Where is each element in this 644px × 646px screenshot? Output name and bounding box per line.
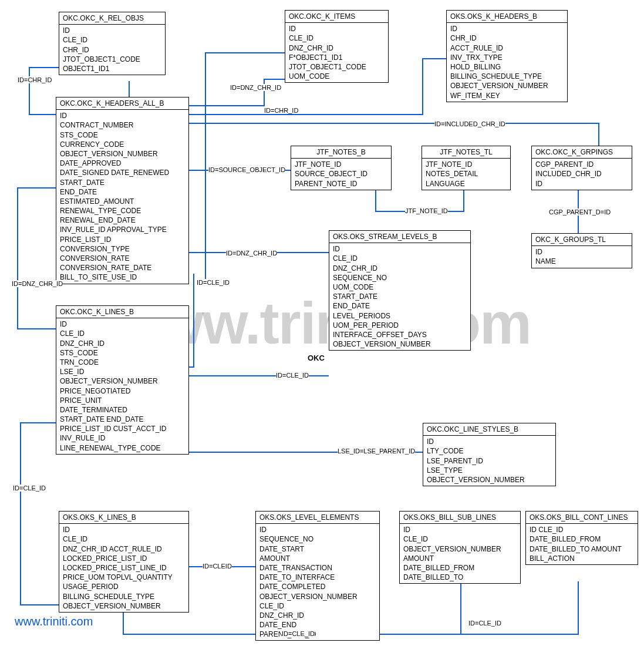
field: BILLING_SCHEDULE_TYPE bbox=[63, 592, 185, 601]
field: ID CLE_ID bbox=[530, 525, 634, 534]
field: OBJECT_VERSION_NUMBER bbox=[427, 475, 552, 484]
field: CLE_ID bbox=[259, 601, 376, 611]
rel-label: ID=CLE_ID bbox=[197, 279, 230, 286]
table-title: JTF_NOTES_B bbox=[291, 146, 391, 159]
field: ID bbox=[403, 525, 517, 534]
field: CLE_ID bbox=[289, 33, 385, 43]
field: PRICE_LIST_ID bbox=[60, 235, 185, 244]
field: DATE_SIGNED DATE_RENEWED bbox=[60, 168, 185, 177]
rel-label: ID=CLE_ID bbox=[276, 372, 309, 379]
field: LINE_RENEWAL_TYPE_CODE bbox=[60, 443, 185, 453]
field: OBJECT1_ID1 bbox=[63, 64, 161, 73]
table-title: OKC.OKC_K_GRPINGS bbox=[532, 146, 632, 159]
field: RENEWAL_END_DATE bbox=[60, 216, 185, 225]
table-title: OKC.OKC_K_REL_OBJS bbox=[59, 12, 165, 25]
field: PARENT_NOTE_ID bbox=[295, 179, 387, 189]
field: END_DATE bbox=[60, 187, 185, 197]
field: DNZ_CHR_ID bbox=[333, 264, 467, 273]
table-fields: IDCLE_IDDNZ_CHR_ID ACCT_RULE_IDLOCKED_PR… bbox=[59, 524, 188, 612]
field: JTOT_OBJECT1_CODE bbox=[63, 55, 161, 64]
rel-label: ID=CHR_ID bbox=[18, 76, 52, 83]
field: OBJECT_VERSION_NUMBER bbox=[259, 592, 376, 601]
field: CLE_ID bbox=[60, 329, 185, 338]
field: CONVERSION_RATE bbox=[60, 254, 185, 263]
table-fields: IDCONTRACT_NUMBERSTS_CODECURRENCY_CODEOB… bbox=[56, 110, 188, 283]
field: SEQUENCE_NO bbox=[259, 534, 376, 544]
table-okc-line-styles-b: OKC.OKC_LINE_STYLES_B IDLTY_CODELSE_PARE… bbox=[423, 423, 556, 486]
field: ESTIMATED_AMOUNT bbox=[60, 197, 185, 206]
table-jtf-notes-b: JTF_NOTES_B JTF_NOTE_IDSOURCE_OBJECT_IDP… bbox=[291, 146, 392, 190]
table-fields: IDNAME bbox=[532, 246, 632, 267]
field: BILL_ACTION bbox=[530, 554, 634, 563]
field: BILLING_SCHEDULE_TYPE bbox=[450, 72, 564, 81]
field: BILL_TO_SITE_USE_ID bbox=[60, 272, 185, 282]
table-fields: ID CLE_IDDATE_BILLED_FROMDATE_BILLED_TO … bbox=[526, 524, 638, 564]
field: LSE_ID bbox=[60, 367, 185, 376]
table-okc-k-grpings: OKC.OKC_K_GRPINGS CGP_PARENT_IDINCLUDED_… bbox=[531, 146, 632, 190]
table-title: OKS.OKS_BILL_CONT_LINES bbox=[526, 512, 638, 524]
field: OBJECT_VERSION_NUMBER bbox=[63, 601, 185, 611]
field: ID bbox=[427, 437, 552, 446]
table-title: OKC.OKC_K_HEADERS_ALL_B bbox=[56, 97, 188, 110]
field: ID bbox=[60, 319, 185, 329]
field: OBJECT_VERSION_NUMBER bbox=[60, 376, 185, 386]
field: DATE_END bbox=[259, 620, 376, 630]
field: JTF_NOTE_ID bbox=[426, 160, 507, 169]
table-okc-k-headers-all-b: OKC.OKC_K_HEADERS_ALL_B IDCONTRACT_NUMBE… bbox=[56, 97, 189, 284]
field: STS_CODE bbox=[60, 348, 185, 358]
rel-label: ID=CLEID bbox=[203, 563, 232, 570]
field: LSE_PARENT_ID bbox=[427, 456, 552, 466]
field: STS_CODE bbox=[60, 130, 185, 140]
field: DNZ_CHR_ID bbox=[289, 43, 385, 53]
table-title: OKC.OKC_K_LINES_B bbox=[56, 306, 188, 318]
table-title: OKC.OKC_K_ITEMS bbox=[285, 11, 388, 23]
table-title: OKS.OKS_STREAM_LEVELS_B bbox=[329, 231, 470, 243]
rel-label: ID=CHR_ID bbox=[264, 107, 298, 114]
table-oks-level-elements: OKS.OKS_LEVEL_ELEMENTS IDSEQUENCE_NODATE… bbox=[255, 511, 380, 641]
table-fields: IDCHR_IDACCT_RULE_IDINV_TRX_TYPEHOLD_BIL… bbox=[447, 23, 567, 102]
table-title: OKS.OKS_BILL_SUB_LINES bbox=[400, 512, 520, 524]
table-oks-stream-levels-b: OKS.OKS_STREAM_LEVELS_B IDCLE_IDDNZ_CHR_… bbox=[329, 230, 471, 351]
field: DATE_TERMINATED bbox=[60, 405, 185, 415]
field: UOM_PER_PERIOD bbox=[333, 321, 467, 330]
field: PARENT_CLE_ID bbox=[259, 630, 376, 639]
rel-label: LSE_ID=LSE_PARENT_ID bbox=[338, 448, 415, 455]
field: UOM_CODE bbox=[289, 72, 385, 81]
field: ID bbox=[289, 24, 385, 33]
table-title: JTF_NOTES_TL bbox=[422, 146, 510, 159]
rel-label: ID=INCLUDED_CHR_ID bbox=[434, 120, 505, 127]
rel-label: ID=DNZ_CHR_ID bbox=[230, 84, 281, 91]
table-fields: CGP_PARENT_IDINCLUDED_CHR_IDID bbox=[532, 159, 632, 190]
field: CHR_ID bbox=[450, 33, 564, 43]
rel-label: ID=CLE_ID bbox=[468, 620, 501, 627]
field: RENEWAL_TYPE_CODE bbox=[60, 206, 185, 216]
field: CONTRACT_NUMBER bbox=[60, 120, 185, 130]
field: START_DATE bbox=[333, 292, 467, 301]
field: UOM_CODE bbox=[333, 282, 467, 292]
field: AMOUNT bbox=[259, 554, 376, 563]
table-okc-k-lines-b: OKC.OKC_K_LINES_B IDCLE_IDDNZ_CHR_IDSTS_… bbox=[56, 305, 189, 455]
table-title: OKS.OKS_K_HEADERS_B bbox=[447, 11, 567, 23]
field: DATE_APPROVED bbox=[60, 159, 185, 168]
field: ID bbox=[259, 525, 376, 534]
table-fields: IDCLE_IDOBJECT_VERSION_NUMBERAMOUNTDATE_… bbox=[400, 524, 520, 583]
field: SEQUENCE_NO bbox=[333, 273, 467, 282]
table-oks-bill-cont-lines: OKS.OKS_BILL_CONT_LINES ID CLE_IDDATE_BI… bbox=[525, 511, 638, 565]
rel-label: CGP_PARENT_D=ID bbox=[549, 208, 611, 216]
table-oks-k-lines-b: OKS.OKS_K_LINES_B IDCLE_IDDNZ_CHR_ID ACC… bbox=[59, 511, 189, 613]
field: INCLUDED_CHR_ID bbox=[535, 169, 628, 179]
rel-label: ID=CLE_ID bbox=[282, 630, 315, 637]
table-fields: JTF_NOTE_IDSOURCE_OBJECT_IDPARENT_NOTE_I… bbox=[291, 159, 391, 190]
table-title: OKC_K_GROUPS_TL bbox=[532, 234, 632, 246]
footer-url[interactable]: www.triniti.com bbox=[15, 615, 93, 628]
table-fields: IDCLE_IDDNZ_CHR_IDF*OBJECT1_ID1JTOT_OBJE… bbox=[285, 23, 388, 82]
field: DATE_COMPLETED bbox=[259, 582, 376, 591]
field: LEVEL_PERIODS bbox=[333, 311, 467, 321]
table-fields: IDCLE_IDCHR_IDJTOT_OBJECT1_CODEOBJECT1_I… bbox=[59, 25, 165, 75]
rel-label: ID=DNZ_CHR_ID bbox=[226, 250, 277, 257]
field: LSE_TYPE bbox=[427, 466, 552, 475]
field: ACCT_RULE_ID bbox=[450, 43, 564, 53]
field: DNZ_CHR_ID ACCT_RULE_ID bbox=[63, 544, 185, 554]
field: DATE_TO_INTERFACE bbox=[259, 573, 376, 582]
field: NOTES_DETAIL bbox=[426, 169, 507, 179]
